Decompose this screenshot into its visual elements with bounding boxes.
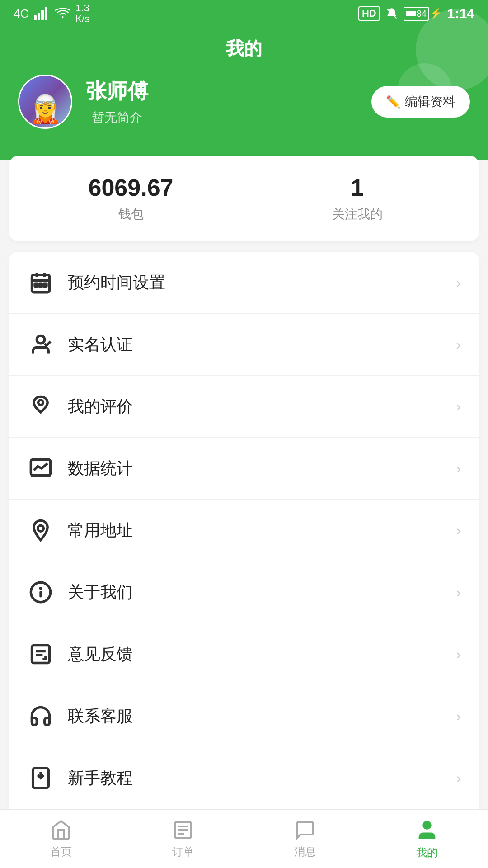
menu-label-review: 我的评价 [68,396,442,418]
status-left: 4G 1.3K/s [14,3,89,24]
page-title: 我的 [0,36,488,61]
menu-item-address[interactable]: 常用地址 › [9,500,479,561]
stats-card: 6069.67 钱包 1 关注我的 [9,156,479,241]
nav-label-messages: 消息 [294,844,316,859]
wallet-label: 钱包 [18,206,244,223]
svg-point-16 [38,525,44,531]
calendar-icon [27,269,54,296]
nav-label-profile: 我的 [416,845,438,860]
menu-item-feedback[interactable]: 意见反馈 › [9,623,479,685]
arrow-address: › [456,522,461,539]
svg-rect-11 [44,283,47,287]
arrow-about: › [456,584,461,601]
profile-section: 🧝 张师傅 暂无简介 ✏️ 编辑资料 [0,75,488,147]
nav-label-orders: 订单 [172,844,194,859]
status-bar: 4G 1.3K/s HD 84 ⚡ 1:14 [0,0,488,27]
avatar: 🧝 [18,75,72,129]
nav-item-orders[interactable]: 订单 [122,819,244,859]
hd-badge: HD [358,6,380,21]
feedback-icon [27,641,54,668]
arrow-stats: › [456,460,461,477]
info-icon [27,579,54,606]
person-check-icon [27,331,54,358]
menu-item-tutorial[interactable]: 新手教程 › [9,747,479,809]
menu-label-identity: 实名认证 [68,334,442,356]
wifi-icon [55,7,71,20]
menu-item-service[interactable]: 联系客服 › [9,685,479,747]
page-header: 我的 🧝 张师傅 暂无简介 ✏️ 编辑资料 [0,27,488,160]
arrow-service: › [456,708,461,725]
followers-stat[interactable]: 1 关注我的 [244,174,470,223]
menu-label-stats: 数据统计 [68,458,442,480]
star-icon [27,393,54,420]
menu-label-about: 关于我们 [68,581,442,604]
chat-icon [294,819,316,841]
menu-item-schedule[interactable]: 预约时间设置 › [9,252,479,314]
menu-item-about[interactable]: 关于我们 › [9,561,479,623]
speed-indicator: 1.3K/s [75,3,90,24]
menu-label-tutorial: 新手教程 [68,767,442,789]
svg-rect-3 [45,7,47,20]
edit-profile-button[interactable]: ✏️ 编辑资料 [371,86,470,118]
followers-value: 1 [244,174,470,201]
menu-section: 预约时间设置 › 实名认证 › 我的评价 › [9,252,479,868]
home-icon [50,819,72,841]
chart-icon [27,455,54,482]
orders-icon [172,819,194,841]
nav-item-profile[interactable]: 我的 [366,818,488,860]
edit-profile-label: 编辑资料 [405,93,455,110]
network-indicator: 4G [14,7,29,21]
signal-icon [34,7,50,20]
arrow-review: › [456,398,461,415]
location-icon [27,517,54,544]
arrow-identity: › [456,336,461,353]
menu-label-feedback: 意见反馈 [68,643,442,665]
menu-label-service: 联系客服 [68,705,442,727]
wallet-value: 6069.67 [18,174,244,201]
menu-label-address: 常用地址 [68,519,442,542]
headset-icon [27,703,54,730]
menu-item-stats[interactable]: 数据统计 › [9,438,479,500]
mute-icon [385,7,398,20]
profile-info: 张师傅 暂无简介 [86,77,148,126]
svg-rect-2 [41,10,44,20]
menu-item-review[interactable]: 我的评价 › [9,376,479,438]
svg-point-30 [423,821,431,829]
nav-item-home[interactable]: 首页 [0,819,122,859]
wallet-stat[interactable]: 6069.67 钱包 [18,174,244,223]
svg-point-13 [38,400,43,405]
profile-left: 🧝 张师傅 暂无简介 [18,75,148,129]
edit-icon: ✏️ [386,95,400,109]
menu-item-identity[interactable]: 实名认证 › [9,314,479,376]
nav-label-home: 首页 [50,844,72,859]
svg-rect-1 [38,13,40,20]
svg-rect-10 [39,283,42,287]
svg-rect-9 [35,283,38,287]
arrow-feedback: › [456,646,461,663]
profile-name: 张师傅 [86,77,148,105]
bottom-nav: 首页 订单 消息 我的 [0,809,488,868]
person-icon [415,818,439,842]
followers-label: 关注我的 [244,206,470,223]
arrow-tutorial: › [456,770,461,787]
nav-item-messages[interactable]: 消息 [244,819,366,859]
menu-label-schedule: 预约时间设置 [68,272,442,294]
svg-point-12 [37,336,44,344]
profile-bio: 暂无简介 [86,109,148,126]
bookmark-icon [27,764,54,792]
svg-rect-0 [34,15,37,20]
arrow-schedule: › [456,274,461,291]
avatar-image: 🧝 [19,76,71,127]
